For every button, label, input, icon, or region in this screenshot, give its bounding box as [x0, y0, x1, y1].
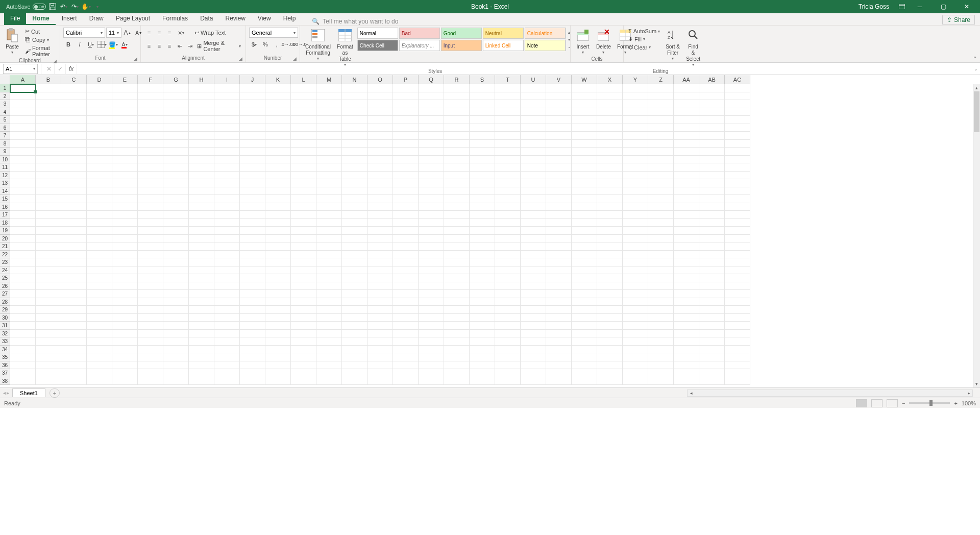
cell-U22[interactable]	[521, 251, 546, 259]
cell-AB2[interactable]	[699, 92, 725, 101]
cell-F10[interactable]	[138, 156, 163, 164]
cell-I27[interactable]	[214, 290, 240, 298]
cell-X34[interactable]	[597, 346, 623, 354]
cell-U14[interactable]	[521, 187, 546, 196]
cell-L34[interactable]	[291, 346, 316, 354]
cell-E7[interactable]	[112, 132, 138, 140]
cell-Y34[interactable]	[623, 346, 648, 354]
cell-Q23[interactable]	[419, 258, 444, 266]
cell-V19[interactable]	[546, 227, 572, 235]
cell-D4[interactable]	[87, 108, 112, 116]
cell-U38[interactable]	[521, 377, 546, 385]
cell-K21[interactable]	[265, 242, 291, 251]
row-header-8[interactable]: 8	[0, 140, 10, 148]
cell-Q31[interactable]	[419, 322, 444, 330]
col-header-AB[interactable]: AB	[699, 75, 725, 84]
cell-E5[interactable]	[112, 116, 138, 124]
cell-J18[interactable]	[240, 219, 265, 227]
cell-AA27[interactable]	[674, 290, 699, 298]
cell-B18[interactable]	[36, 219, 61, 227]
cell-I15[interactable]	[214, 195, 240, 203]
cell-T4[interactable]	[495, 108, 521, 116]
cell-K24[interactable]	[265, 266, 291, 275]
cell-B19[interactable]	[36, 227, 61, 235]
cell-I3[interactable]	[214, 100, 240, 108]
col-header-L[interactable]: L	[291, 75, 316, 84]
cell-AB15[interactable]	[699, 195, 725, 203]
cell-W1[interactable]	[572, 84, 597, 92]
cell-L25[interactable]	[291, 274, 316, 282]
cell-F26[interactable]	[138, 282, 163, 290]
cell-P33[interactable]	[393, 337, 419, 346]
col-header-A[interactable]: A	[10, 75, 36, 84]
cell-G30[interactable]	[163, 314, 189, 322]
increase-font-button[interactable]: A▲	[122, 28, 133, 38]
alignment-launcher[interactable]: ◢	[239, 56, 242, 61]
cell-R32[interactable]	[444, 330, 470, 338]
cell-Y31[interactable]	[623, 322, 648, 330]
cell-Q17[interactable]	[419, 211, 444, 219]
font-color-button[interactable]: A▾	[119, 39, 130, 50]
cell-AB10[interactable]	[699, 156, 725, 164]
cell-J11[interactable]	[240, 163, 265, 172]
cell-AC31[interactable]	[725, 322, 750, 330]
cell-K13[interactable]	[265, 179, 291, 187]
cell-Q10[interactable]	[419, 156, 444, 164]
cell-L24[interactable]	[291, 266, 316, 275]
cell-X19[interactable]	[597, 227, 623, 235]
cell-I12[interactable]	[214, 172, 240, 180]
cell-K17[interactable]	[265, 211, 291, 219]
cell-N6[interactable]	[342, 124, 368, 132]
cell-P18[interactable]	[393, 219, 419, 227]
cell-Y12[interactable]	[623, 172, 648, 180]
cell-R28[interactable]	[444, 298, 470, 306]
cell-B7[interactable]	[36, 132, 61, 140]
row-header-11[interactable]: 11	[0, 163, 10, 172]
cell-X29[interactable]	[597, 306, 623, 314]
cell-P4[interactable]	[393, 108, 419, 116]
cell-K2[interactable]	[265, 92, 291, 101]
cell-H20[interactable]	[189, 235, 214, 243]
cell-M12[interactable]	[316, 172, 342, 180]
cell-X27[interactable]	[597, 290, 623, 298]
cell-O35[interactable]	[368, 353, 393, 361]
cell-AB34[interactable]	[699, 346, 725, 354]
cell-H12[interactable]	[189, 172, 214, 180]
cell-O32[interactable]	[368, 330, 393, 338]
cell-W16[interactable]	[572, 203, 597, 211]
cell-M6[interactable]	[316, 124, 342, 132]
cell-R23[interactable]	[444, 258, 470, 266]
cell-D15[interactable]	[87, 195, 112, 203]
cell-C8[interactable]	[61, 140, 87, 148]
cell-F15[interactable]	[138, 195, 163, 203]
cell-O29[interactable]	[368, 306, 393, 314]
cell-AB13[interactable]	[699, 179, 725, 187]
cell-S28[interactable]	[470, 298, 495, 306]
cell-B13[interactable]	[36, 179, 61, 187]
tab-page-layout[interactable]: Page Layout	[110, 13, 156, 25]
spreadsheet-grid[interactable]: ABCDEFGHIJKLMNOPQRSTUVWXYZAAABAC 1234567…	[0, 75, 980, 387]
cell-J7[interactable]	[240, 132, 265, 140]
cell-F22[interactable]	[138, 251, 163, 259]
cell-Y5[interactable]	[623, 116, 648, 124]
cell-Q24[interactable]	[419, 266, 444, 275]
cell-T26[interactable]	[495, 282, 521, 290]
style-check-cell[interactable]: Check Cell	[357, 40, 398, 51]
cell-V38[interactable]	[546, 377, 572, 385]
cell-K20[interactable]	[265, 235, 291, 243]
cell-J36[interactable]	[240, 361, 265, 370]
cell-G23[interactable]	[163, 258, 189, 266]
cell-S23[interactable]	[470, 258, 495, 266]
cell-H31[interactable]	[189, 322, 214, 330]
cell-I34[interactable]	[214, 346, 240, 354]
cell-R5[interactable]	[444, 116, 470, 124]
cell-S14[interactable]	[470, 187, 495, 196]
increase-indent-button[interactable]: ⇥	[186, 41, 195, 51]
cell-AA22[interactable]	[674, 251, 699, 259]
cell-A31[interactable]	[10, 322, 36, 330]
cell-M23[interactable]	[316, 258, 342, 266]
cell-R4[interactable]	[444, 108, 470, 116]
cell-AA26[interactable]	[674, 282, 699, 290]
cell-E3[interactable]	[112, 100, 138, 108]
bold-button[interactable]: B	[63, 39, 74, 50]
